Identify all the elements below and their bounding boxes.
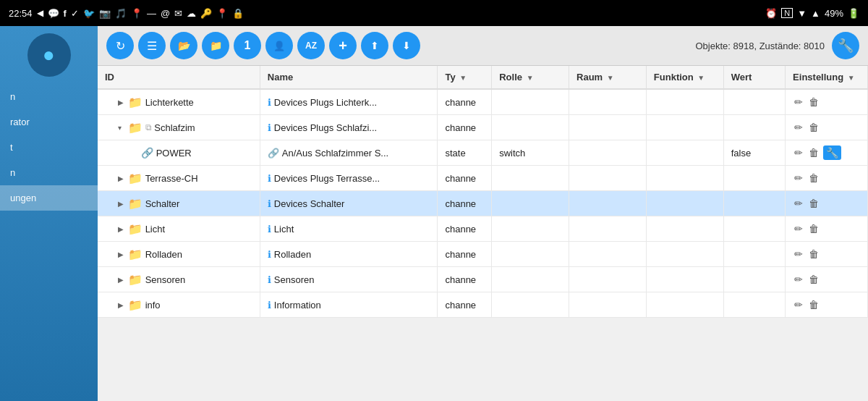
edit-button[interactable]: ✏ bbox=[793, 196, 804, 211]
col-header-rolle[interactable]: Rolle ▼ bbox=[492, 66, 569, 89]
delete-button[interactable]: 🗑 bbox=[807, 95, 820, 109]
edit-button[interactable]: ✏ bbox=[793, 145, 804, 160]
edit-button[interactable]: ✏ bbox=[793, 272, 804, 287]
name-link-icon: 🔗 bbox=[268, 148, 279, 159]
delete-button[interactable]: 🗑 bbox=[807, 272, 820, 287]
row-name-text: Devices Schalter bbox=[274, 198, 345, 209]
edit-button[interactable]: ✏ bbox=[793, 297, 804, 312]
table-row[interactable]: ▶ 📁 Terrasse-CHℹDevices Plugs Terrasse..… bbox=[98, 166, 868, 191]
add-button[interactable]: + bbox=[329, 32, 357, 59]
col-header-raum[interactable]: Raum ▼ bbox=[569, 66, 647, 89]
action-buttons: ✏🗑 bbox=[793, 196, 860, 211]
cell-id: ▶ 📁 Sensoren bbox=[98, 267, 260, 292]
table-row[interactable]: ▶ 📁 infoℹInformationchanne✏🗑 bbox=[98, 292, 868, 318]
sidebar-item-label-t: t bbox=[10, 142, 88, 153]
location-icon: 📍 bbox=[216, 8, 228, 19]
cell-type: state bbox=[438, 140, 492, 166]
upload-button[interactable]: ⬆ bbox=[361, 32, 388, 59]
cell-funktion bbox=[646, 115, 723, 140]
cell-funktion bbox=[646, 267, 723, 292]
edit-button[interactable]: ✏ bbox=[793, 171, 804, 185]
cell-id: ▶ 📁 Lichterkette bbox=[98, 89, 260, 115]
cell-funktion bbox=[646, 216, 723, 242]
edit-button[interactable]: ✏ bbox=[793, 247, 804, 261]
table-row[interactable]: ▶ 📁 SchalterℹDevices Schalterchanne✏🗑 bbox=[98, 191, 868, 216]
instagram-icon: 📷 bbox=[99, 8, 111, 19]
table-row[interactable]: ▾ 📁 ⧉ SchlafzimℹDevices Plugs Schlafzi..… bbox=[98, 115, 868, 140]
status-bar-left: 22:54 ◀ 💬 f ✓ 🐦 📷 🎵 📍 — @ ✉ ☁ 🔑 📍 🔒 bbox=[9, 8, 244, 19]
expand-arrow[interactable]: ▶ bbox=[118, 98, 128, 106]
col-header-einstellung[interactable]: Einstellung ▼ bbox=[786, 66, 868, 89]
edit-button[interactable]: ✏ bbox=[793, 120, 804, 135]
cell-wert bbox=[723, 89, 785, 115]
col-header-type[interactable]: Ty ▼ bbox=[438, 66, 492, 89]
cell-id: ▾ 📁 ⧉ Schlafzim bbox=[98, 115, 260, 140]
download-button[interactable]: ⬇ bbox=[393, 32, 420, 59]
sidebar-item-ungen[interactable]: ungen bbox=[0, 185, 98, 211]
sidebar-item-n[interactable]: n bbox=[0, 84, 98, 109]
action-buttons: ✏🗑 bbox=[793, 95, 860, 109]
cell-funktion bbox=[646, 166, 723, 191]
signal-icon: ▲ bbox=[811, 8, 820, 19]
delete-button[interactable]: 🗑 bbox=[807, 221, 820, 236]
folder-open-button[interactable]: 📂 bbox=[170, 32, 197, 59]
expand-arrow[interactable]: ▶ bbox=[118, 276, 128, 284]
cell-einstellung: ✏🗑 bbox=[786, 89, 868, 115]
wrench-button[interactable]: 🔧 bbox=[832, 32, 859, 59]
cell-name: ℹRolladen bbox=[260, 242, 438, 267]
delete-button[interactable]: 🗑 bbox=[807, 247, 820, 261]
action-buttons: ✏🗑🔧 bbox=[793, 145, 860, 160]
list-button[interactable]: ☰ bbox=[138, 32, 166, 59]
edit-button[interactable]: ✏ bbox=[793, 221, 804, 236]
battery-display: 49% bbox=[825, 8, 843, 19]
expand-arrow[interactable]: ▶ bbox=[118, 200, 128, 208]
edit-button[interactable]: ✏ bbox=[793, 95, 804, 109]
col-header-funktion[interactable]: Funktion ▼ bbox=[646, 66, 723, 89]
sidebar-item-rator[interactable]: rator bbox=[0, 109, 98, 135]
cell-wert bbox=[723, 115, 785, 140]
delete-button[interactable]: 🗑 bbox=[807, 196, 820, 211]
folder-icon: 📁 bbox=[128, 121, 142, 135]
table-row[interactable]: ▶ 📁 RolladenℹRolladenchanne✏🗑 bbox=[98, 242, 868, 267]
user-button[interactable]: 👤 bbox=[265, 32, 293, 59]
folder-closed-button[interactable]: 📁 bbox=[202, 32, 229, 59]
action-buttons: ✏🗑 bbox=[793, 297, 860, 312]
status-bar: 22:54 ◀ 💬 f ✓ 🐦 📷 🎵 📍 — @ ✉ ☁ 🔑 📍 🔒 ⏰ N … bbox=[0, 0, 868, 26]
refresh-button[interactable]: ↻ bbox=[106, 32, 134, 59]
cell-raum bbox=[569, 191, 647, 216]
expand-arrow[interactable]: ▶ bbox=[118, 225, 128, 233]
expand-arrow[interactable]: ▶ bbox=[118, 174, 128, 182]
expand-arrow[interactable]: ▶ bbox=[118, 301, 128, 309]
wrench-row-button[interactable]: 🔧 bbox=[823, 145, 841, 160]
table-row[interactable]: ▶ 📁 LichtℹLichtchanne✏🗑 bbox=[98, 216, 868, 242]
sidebar-item-n2[interactable]: n bbox=[0, 160, 98, 185]
number-button[interactable]: 1 bbox=[234, 32, 261, 59]
cell-funktion bbox=[646, 242, 723, 267]
action-buttons: ✏🗑 bbox=[793, 171, 860, 185]
cell-name: ℹDevices Plugs Schlafzi... bbox=[260, 115, 438, 140]
name-info-icon: ℹ bbox=[268, 224, 271, 235]
delete-button[interactable]: 🗑 bbox=[807, 297, 820, 312]
table-row[interactable]: 🔗 POWER🔗An/Aus Schlafzimmer S...stateswi… bbox=[98, 140, 868, 166]
table-row[interactable]: ▶ 📁 LichterketteℹDevices Plugs Lichterk.… bbox=[98, 89, 868, 115]
expand-arrow[interactable]: ▶ bbox=[118, 250, 128, 258]
row-id-text: Rolladen bbox=[145, 249, 182, 260]
facebook-icon: f bbox=[64, 8, 67, 19]
row-id-text: Sensoren bbox=[145, 274, 186, 285]
twitter-icon: 🐦 bbox=[83, 8, 95, 19]
expand-arrow[interactable]: ▾ bbox=[118, 124, 128, 132]
az-button[interactable]: AZ bbox=[297, 32, 325, 59]
delete-button[interactable]: 🗑 bbox=[807, 120, 820, 135]
sidebar: ● n rator t n ungen bbox=[0, 26, 98, 401]
col-header-id: ID bbox=[98, 66, 260, 89]
name-info-icon: ℹ bbox=[268, 300, 271, 311]
delete-button[interactable]: 🗑 bbox=[807, 145, 820, 160]
sidebar-item-t[interactable]: t bbox=[0, 135, 98, 160]
row-id-text: Schlafzim bbox=[154, 122, 195, 133]
delete-button[interactable]: 🗑 bbox=[807, 171, 820, 185]
table-row[interactable]: ▶ 📁 SensorenℹSensorenchanne✏🗑 bbox=[98, 267, 868, 292]
funktion-sort-arrow: ▼ bbox=[697, 74, 705, 82]
cell-name: ℹDevices Plugs Terrasse... bbox=[260, 166, 438, 191]
objects-status: Objekte: 8918, Zustände: 8010 bbox=[695, 41, 825, 51]
cloud-icon: ☁ bbox=[187, 8, 196, 19]
